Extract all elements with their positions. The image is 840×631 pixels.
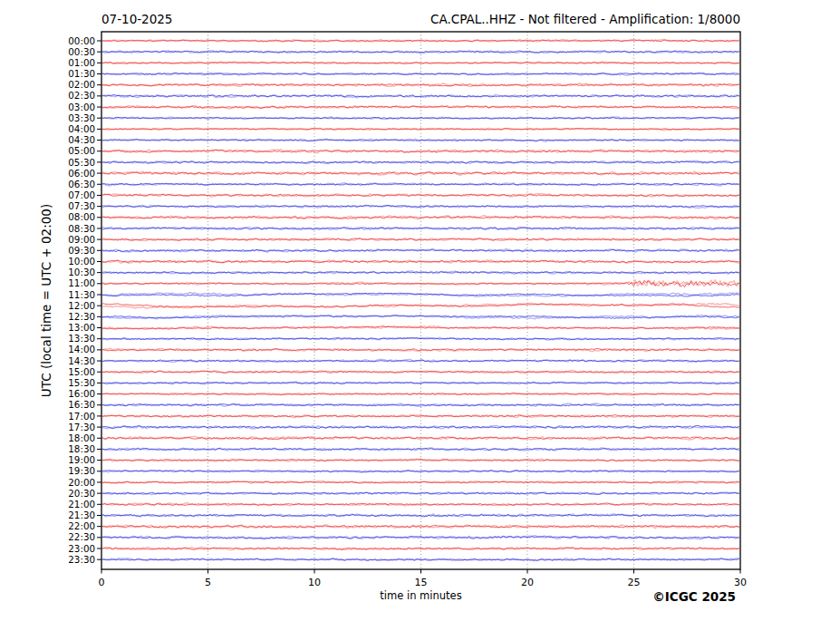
y-tick-label: 19:30 <box>68 465 95 476</box>
y-tick-label: 08:00 <box>68 211 95 222</box>
y-tick-label: 10:30 <box>68 267 95 277</box>
y-tick-label: 20:00 <box>68 477 95 488</box>
y-tick-label: 20:30 <box>68 488 95 499</box>
y-tick-label: 13:30 <box>68 333 95 344</box>
y-tick-label: 22:00 <box>68 520 95 531</box>
y-tick-label: 02:30 <box>68 90 95 101</box>
y-tick-label: 10:00 <box>68 256 95 267</box>
x-tick-label: 0 <box>99 577 105 588</box>
helicorder-plot: 00:0000:3001:0001:3002:0002:3003:0003:30… <box>0 0 840 631</box>
y-tick-label: 23:00 <box>68 543 95 554</box>
y-tick-label: 13:00 <box>68 322 95 333</box>
y-tick-label: 05:30 <box>68 157 95 168</box>
y-tick-label: 19:00 <box>68 454 95 465</box>
y-tick-label: 17:30 <box>68 422 95 432</box>
y-tick-label: 06:00 <box>68 168 95 179</box>
x-tick-label: 5 <box>205 577 211 588</box>
y-tick-label: 21:30 <box>68 510 95 520</box>
y-tick-label: 14:00 <box>68 344 95 354</box>
y-tick-label: 00:00 <box>68 35 95 46</box>
x-tick-label: 30 <box>734 577 747 588</box>
y-tick-label: 05:00 <box>68 145 95 156</box>
y-tick-label: 00:30 <box>68 46 95 57</box>
y-tick-label: 17:00 <box>68 411 95 422</box>
x-tick-label: 25 <box>628 577 641 588</box>
y-tick-label: 01:00 <box>68 57 95 68</box>
y-tick-label: 11:30 <box>68 289 95 300</box>
y-tick-label: 18:30 <box>68 443 95 454</box>
y-tick-label: 23:30 <box>68 554 95 565</box>
figure-title: CA.CPAL..HHZ - Not filtered - Amplificat… <box>430 12 740 26</box>
helicorder-figure: 00:0000:3001:0001:3002:0002:3003:0003:30… <box>0 0 840 631</box>
y-tick-label: 14:30 <box>68 355 95 366</box>
y-tick-label: 16:00 <box>68 388 95 399</box>
y-tick-label: 15:00 <box>68 366 95 377</box>
figure-date: 07-10-2025 <box>101 12 172 26</box>
y-tick-label: 09:00 <box>68 234 95 245</box>
y-axis-label: UTC (local time = UTC + 02:00) <box>39 204 53 397</box>
x-tick-label: 15 <box>415 577 428 588</box>
y-tick-label: 03:00 <box>68 102 95 112</box>
y-tick-label: 12:00 <box>68 300 95 311</box>
y-tick-label: 04:30 <box>68 134 95 145</box>
y-tick-labels: 00:0000:3001:0001:3002:0002:3003:0003:30… <box>68 35 95 565</box>
y-tick-label: 08:30 <box>68 223 95 234</box>
y-tick-label: 18:00 <box>68 432 95 443</box>
y-tick-label: 02:00 <box>68 79 95 90</box>
y-tick-label: 06:30 <box>68 179 95 189</box>
y-tick-label: 09:30 <box>68 245 95 256</box>
y-tick-label: 11:00 <box>68 277 95 288</box>
y-tick-label: 15:30 <box>68 377 95 388</box>
x-tick-label: 10 <box>308 577 321 588</box>
y-tick-label: 22:30 <box>68 531 95 542</box>
x-tick-label: 20 <box>521 577 534 588</box>
copyright-label: ©ICGC 2025 <box>652 589 736 604</box>
y-tick-label: 03:30 <box>68 112 95 123</box>
y-tick-label: 07:00 <box>68 189 95 200</box>
y-tick-label: 12:30 <box>68 311 95 322</box>
x-axis-label: time in minutes <box>380 589 461 602</box>
y-tick-label: 07:30 <box>68 200 95 211</box>
y-tick-label: 01:30 <box>68 68 95 79</box>
y-tick-label: 04:00 <box>68 123 95 134</box>
y-tick-label: 16:30 <box>68 399 95 410</box>
y-tick-label: 21:00 <box>68 499 95 510</box>
